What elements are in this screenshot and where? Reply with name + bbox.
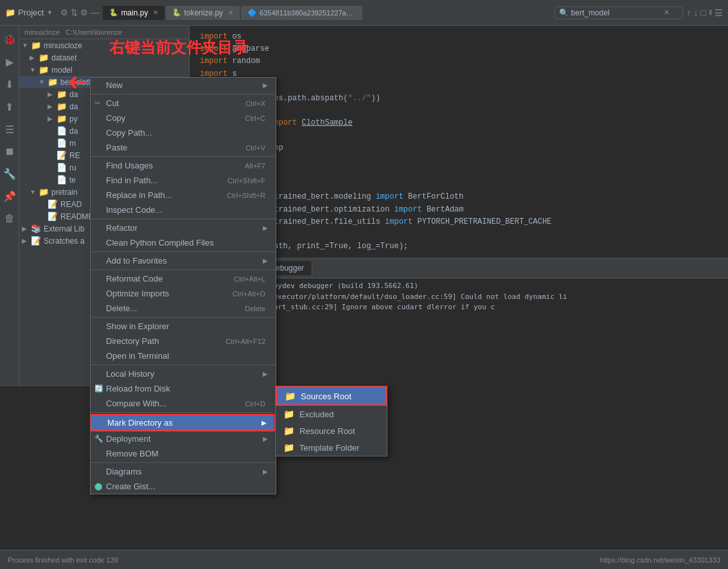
tree-label-scratches: Scratches a <box>44 237 84 246</box>
menu-item-clean[interactable]: Clean Python Compiled Files <box>91 235 276 250</box>
debug-line-1: Connecting to pydev debugger (build 193.… <box>214 281 723 292</box>
menu-item-refactor[interactable]: Refactor <box>91 221 276 235</box>
menu-item-find-path[interactable]: Find in Path... Ctrl+Shift+F <box>91 173 276 188</box>
pin-icon[interactable]: 📌 <box>1 188 19 205</box>
gear-icon[interactable]: ⚙ <box>60 8 68 17</box>
project-icon: 📁 <box>5 8 15 17</box>
code-line-8: from data_util import ClothSample <box>200 117 718 129</box>
tab-main-py-label: main.py <box>121 8 148 17</box>
folder-icon-pretrain: 📁 <box>39 187 49 197</box>
run-icon[interactable]: ▶ <box>3 53 16 71</box>
menu-item-new[interactable]: New <box>91 78 276 93</box>
menu-item-paste[interactable]: Paste Ctrl+V <box>91 140 276 155</box>
arrow-model: ▼ <box>30 66 39 73</box>
code-line-5 <box>200 80 718 93</box>
submenu-item-sources-root[interactable]: 📁 Sources Root <box>276 386 387 406</box>
up-icon[interactable]: ↑ <box>687 8 691 18</box>
tab-tokenize-py[interactable]: 🐍 tokenize.py ✕ <box>166 6 240 20</box>
menu-item-compare[interactable]: Compare With... Ctrl+D <box>91 396 276 411</box>
menu-item-diagrams[interactable]: Diagrams <box>91 464 276 479</box>
tab-close-main[interactable]: ✕ <box>153 9 158 16</box>
tab-tokenize-py-label: tokenize.py <box>184 8 223 17</box>
step-into-icon[interactable]: ⬆ <box>3 98 16 116</box>
tab-main-py[interactable]: 🐍 main.py ✕ <box>103 6 164 20</box>
tab-hash-icon: 🔷 <box>247 8 257 17</box>
menu-item-delete[interactable]: Delete... Delete <box>91 301 276 316</box>
tree-label-da2: da <box>69 102 78 111</box>
menu-item-mark-dir[interactable]: Mark Directory as <box>91 414 276 431</box>
menu-item-dir-path[interactable]: Directory Path Ctrl+Alt+F12 <box>91 334 276 348</box>
menu-label-clean: Clean Python Compiled Files <box>106 238 214 248</box>
menu-item-show-explorer[interactable]: Show in Explorer <box>91 319 276 334</box>
menu-sep-6 <box>91 317 276 318</box>
menu-item-reformat[interactable]: Reformat Code Ctrl+Alt+L <box>91 271 276 286</box>
annotation-text: 右键当前文件夹目录 <box>109 39 248 56</box>
menu-item-local-history[interactable]: Local History <box>91 366 276 381</box>
menu-item-find-usages[interactable]: Find Usages Alt+F7 <box>91 158 276 173</box>
arrow-scratches: ▶ <box>22 237 31 244</box>
tab-hash-file[interactable]: 🔷 6354811b380a239251227ad132f4ebb0_2eb0d… <box>241 6 362 20</box>
menu-item-reload[interactable]: 🔄 Reload from Disk <box>91 381 276 396</box>
left-icon-strip: 🐞 ▶ ⬇ ⬆ ☰ ⏹ 🔧 📌 🗑 <box>0 26 19 386</box>
trash-icon[interactable]: 🗑 <box>2 210 17 227</box>
search-clear[interactable]: ✕ <box>664 8 670 17</box>
arrow-dataset: ▶ <box>30 54 39 61</box>
arrow-da2: ▶ <box>48 103 57 110</box>
menu-label-find-usages: Find Usages <box>106 161 153 170</box>
expand-icon[interactable]: □ <box>701 8 706 18</box>
menu-item-copy-path[interactable]: Copy Path... <box>91 125 276 140</box>
tab-py-icon: 🐍 <box>109 8 118 17</box>
sync-icon[interactable]: ⇅ <box>71 8 78 17</box>
menu-sep-3 <box>91 219 276 219</box>
folder-icon-da1: 📁 <box>57 89 67 99</box>
menu-label-reload: Reload from Disk <box>106 384 170 393</box>
menu-label-open-terminal: Open in Terminal <box>106 351 169 361</box>
submenu-item-resource-root[interactable]: 📁 Resource Root <box>276 422 387 439</box>
resume-icon[interactable]: ☰ <box>3 121 17 138</box>
submenu-item-template-folder[interactable]: 📁 Template Folder <box>276 439 387 456</box>
arrow-bert-cloth: ▼ <box>39 78 48 86</box>
code-line-2: import argparse <box>200 43 718 55</box>
menu-item-open-terminal[interactable]: Open in Terminal <box>91 348 276 363</box>
menu-item-favorites[interactable]: Add to Favorites <box>91 253 276 268</box>
tab-close-tokenize[interactable]: ✕ <box>228 9 233 16</box>
menu-label-reformat: Reformat Code <box>106 274 163 284</box>
tree-label-read: READ <box>60 200 82 209</box>
settings-icon[interactable]: ⚙ <box>80 8 88 17</box>
code-line-16: from pytorch_pretrained_bert.file_utils … <box>200 216 718 228</box>
code-line-11: import torch <box>200 154 718 167</box>
menu-item-create-gist[interactable]: ⬤ Create Gist... <box>91 479 276 494</box>
menu-item-cut[interactable]: ✂ Cut Ctrl+X <box>91 96 276 111</box>
menu-item-copy[interactable]: Copy Ctrl+C <box>91 111 276 125</box>
menu-label-find-path: Find in Path... <box>106 176 157 185</box>
file-icon-readme: 📝 <box>48 212 58 221</box>
debug-icon[interactable]: 🐞 <box>1 31 19 48</box>
menu-item-optimize[interactable]: Optimize Imports Ctrl+Alt+O <box>91 286 276 301</box>
file-icon-re: 📝 <box>57 150 67 160</box>
menu-item-deployment[interactable]: 🔧 Deployment <box>91 431 276 446</box>
menu-item-replace-path[interactable]: Replace in Path... Ctrl+Shift+R <box>91 188 276 203</box>
tree-item-model[interactable]: ▼ 📁 model <box>19 64 189 76</box>
code-line-1: import os <box>200 31 718 43</box>
debug-label-area: Debug: ma Debugger <box>209 258 728 278</box>
project-title: 📁 Project ▼ ⚙ ⇅ ⚙ — <box>5 8 99 17</box>
list-icon[interactable]: ☰ <box>715 8 723 18</box>
menu-label-paste: Paste <box>106 143 127 152</box>
stop-icon[interactable]: ⏹ <box>2 143 17 160</box>
tab-bar: 🐍 main.py ✕ 🐍 tokenize.py ✕ 🔷 6354811b38… <box>103 6 550 20</box>
search-input[interactable] <box>571 8 661 17</box>
down-icon[interactable]: ↓ <box>694 8 698 18</box>
dropdown-icon[interactable]: ▼ <box>46 9 53 16</box>
settings-icon2[interactable]: 🔧 <box>1 165 19 183</box>
step-over-icon[interactable]: ⬇ <box>3 76 16 93</box>
menu-item-remove-bom[interactable]: Remove BOM <box>91 446 276 461</box>
menu-shortcut-compare: Ctrl+D <box>245 400 268 408</box>
menu-item-inspect[interactable]: Inspect Code... <box>91 203 276 217</box>
submenu-item-excluded[interactable]: 📁 Excluded <box>276 406 387 422</box>
file-icon-da: 📄 <box>57 126 67 136</box>
filter-icon[interactable]: Ⅱ <box>709 8 712 17</box>
tree-label-minuscloze: minuscloze <box>44 41 82 50</box>
menu-sep-8 <box>91 412 276 413</box>
menu-label-delete: Delete... <box>106 303 137 313</box>
close-icon[interactable]: — <box>91 8 99 17</box>
